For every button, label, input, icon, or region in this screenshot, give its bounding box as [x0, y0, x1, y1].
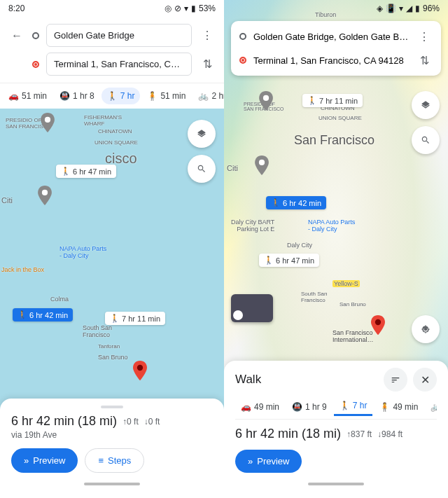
route-badge-selected[interactable]: 🚶6 hr 42 min [13, 308, 73, 321]
label-sfo: San Francisco International… [332, 329, 374, 343]
label-daly-bart: Daly City BART Parking Lot E [231, 219, 274, 233]
close-button[interactable]: ✕ [413, 368, 437, 392]
origin-input[interactable]: Golden Gate Bridge, Golden Gate Brg, San… [253, 32, 409, 42]
mode-rideshare[interactable]: 🧍49 min [374, 397, 424, 416]
more-icon[interactable]: ⋮ [199, 27, 216, 44]
label-colma: Colma [50, 296, 69, 303]
waypoint-pin [38, 186, 52, 205]
drag-handle[interactable] [101, 406, 123, 408]
via-text: via 19th Ave [11, 430, 213, 440]
label-ssf: South San Francisco [83, 324, 112, 338]
origin-input[interactable]: Golden Gate Bridge [46, 24, 192, 47]
swap-icon[interactable]: ⇅ [416, 52, 433, 69]
label-union: UNION SQUARE [318, 115, 362, 121]
svg-point-1 [42, 190, 48, 195]
elevation-up: ↑837 ft [346, 429, 372, 439]
mode-bike[interactable]: 🚲2 hr 4 [425, 397, 437, 416]
streetview-thumbnail[interactable] [231, 294, 273, 322]
mode-walk[interactable]: 🚶7 hr [334, 397, 373, 416]
battery-pct: 96% [423, 4, 440, 13]
more-icon[interactable]: ⋮ [416, 28, 433, 45]
origin-pin [41, 113, 55, 132]
status-bar: ◈ 📳 ▾ ◢ ▮ 96% [224, 0, 448, 17]
mode-bike[interactable]: 🚲2 hr 4 [192, 88, 224, 104]
walk-icon: 🚶 [61, 167, 71, 176]
car-icon: 🚗 [8, 91, 19, 101]
destination-input[interactable]: Terminal 1, San Francisco, CA 94128 [253, 55, 409, 66]
label-jack: Jack in the Box [1, 266, 44, 273]
svg-point-2 [137, 365, 143, 371]
walk-icon: 🚶 [307, 96, 317, 105]
route-badge-alt1[interactable]: 🚶6 hr 47 min [56, 165, 116, 178]
label-city: San Francisco [294, 133, 374, 148]
mode-rideshare[interactable]: 🧍51 min [141, 88, 191, 104]
vibrate-icon: 📳 [386, 4, 396, 13]
signal-icon: ◢ [406, 4, 412, 13]
layers-button[interactable] [188, 120, 216, 148]
nav-bar [84, 483, 140, 485]
route-badge-alt2[interactable]: 🚶6 hr 47 min [259, 254, 319, 267]
search-button[interactable] [412, 126, 440, 154]
label-fishermans: FISHERMAN'S WHARF [84, 114, 122, 127]
preview-button[interactable]: »Preview [235, 450, 302, 473]
travel-mode-bar: 🚗51 min 🚇1 hr 8 🚶7 hr 🧍51 min 🚲2 hr 4 [0, 83, 224, 109]
layers-button[interactable] [412, 91, 440, 119]
label-citi: Citi [227, 164, 238, 172]
route-badge-alt2[interactable]: 🚶7 hr 11 min [105, 312, 165, 325]
elevation-up: ↑0 ft [122, 417, 139, 427]
label-ssf: South San Francisco [301, 291, 327, 303]
wifi-icon: ▾ [184, 4, 188, 13]
route-summary-sheet[interactable]: 6 hr 42 min (18 mi) ↑0 ft ↓0 ft via 19th… [0, 399, 224, 498]
label-chinatown: CHINATOWN [98, 128, 132, 134]
battery-icon: ▮ [191, 4, 196, 13]
walk-icon: 🚶 [264, 256, 274, 265]
origin-pin [259, 91, 273, 111]
mode-walk[interactable]: 🚶7 hr [102, 88, 141, 104]
status-bar: 8:20 ◎ ⊘ ▾ ▮ 53% [0, 0, 224, 17]
duration-text: 6 hr 42 min (18 mi) [235, 427, 341, 441]
bike-icon: 🚲 [198, 91, 209, 101]
route-summary-sheet[interactable]: Walk ✕ 🚗49 min 🚇1 hr 9 🚶7 hr 🧍49 min 🚲2 … [224, 361, 448, 498]
walk-icon: 🚶 [107, 91, 118, 101]
elevation-down: ↓0 ft [144, 417, 160, 427]
origin-marker-icon [239, 33, 246, 40]
label-dalycity: Daly City [287, 242, 312, 249]
mode-driving[interactable]: 🚗51 min [3, 88, 52, 104]
route-badge-alt1[interactable]: 🚶7 hr 11 min [302, 94, 363, 107]
waypoint-pin [255, 155, 269, 175]
options-button[interactable] [384, 368, 407, 392]
mode-transit[interactable]: 🚇1 hr 9 [286, 397, 332, 416]
destination-input[interactable]: Terminal 1, San Francisco, CA 94128 [46, 53, 192, 76]
list-icon: ≡ [98, 455, 104, 466]
duration-text: 6 hr 42 min (18 mi) [11, 414, 117, 429]
search-button[interactable] [188, 155, 216, 183]
nav-bar [308, 483, 364, 485]
label-citi: Citi [1, 196, 13, 205]
rideshare-icon: 🧍 [379, 402, 390, 412]
mode-driving[interactable]: 🚗49 min [235, 397, 285, 416]
back-icon[interactable]: ← [8, 27, 25, 44]
svg-point-5 [375, 319, 381, 325]
duration-line: 6 hr 42 min (18 mi) ↑837 ft ↓984 ft [235, 427, 437, 441]
destination-pin [371, 315, 385, 335]
status-time: 8:20 [8, 4, 164, 13]
my-location-button[interactable] [412, 315, 440, 343]
walk-icon: 🚶 [271, 198, 281, 207]
battery-pct: 53% [199, 4, 216, 13]
label-sanbruno: San Bruno [340, 301, 366, 307]
chevrons-icon: » [248, 456, 253, 466]
swap-icon[interactable]: ⇅ [199, 56, 216, 73]
walk-icon: 🚶 [110, 314, 120, 323]
svg-point-4 [259, 160, 265, 165]
dnd-icon: ⊘ [174, 4, 181, 13]
label-tanforan: Tanforan [98, 343, 120, 350]
svg-point-0 [45, 117, 50, 123]
preview-button[interactable]: »Preview [11, 448, 78, 473]
destination-pin [133, 361, 147, 380]
mode-transit[interactable]: 🚇1 hr 8 [54, 88, 100, 104]
origin-marker-icon [32, 32, 39, 39]
steps-button[interactable]: ≡Steps [85, 448, 144, 473]
transit-icon: 🚇 [59, 91, 70, 101]
route-badge-selected[interactable]: 🚶6 hr 42 min [266, 196, 326, 209]
sheet-title: Walk [235, 373, 378, 387]
